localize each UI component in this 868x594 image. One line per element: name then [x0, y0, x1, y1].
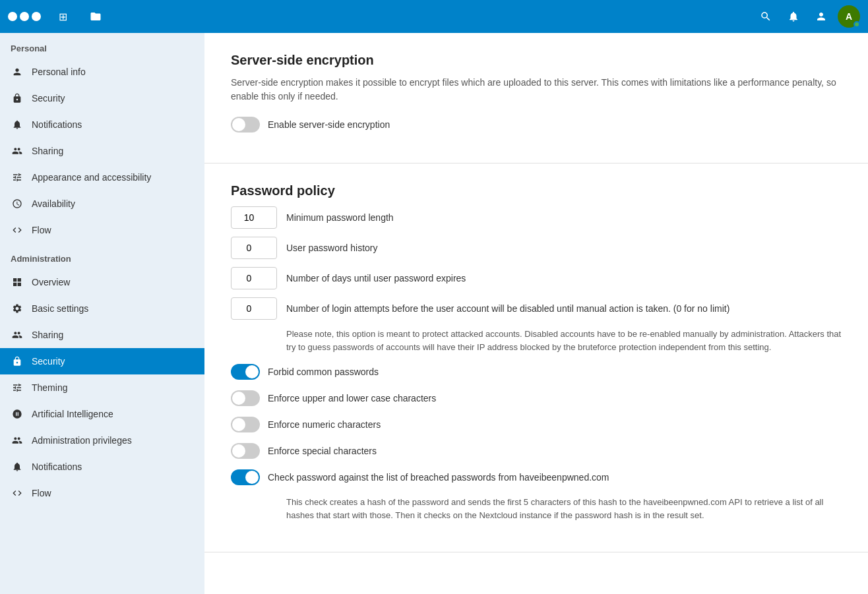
sidebar-item-flow[interactable]: Flow — [0, 217, 204, 243]
theming-icon — [11, 381, 24, 394]
bell-icon — [11, 118, 24, 131]
search-icon[interactable] — [755, 5, 777, 28]
sidebar-item-label: Appearance and accessibility — [32, 172, 151, 183]
tune-icon — [11, 171, 24, 184]
sidebar-item-appearance[interactable]: Appearance and accessibility — [0, 164, 204, 191]
toggle-knob — [232, 392, 245, 405]
encryption-section: Server-side encryption Server-side encry… — [204, 33, 868, 163]
min-length-label: Minimum password length — [286, 212, 394, 223]
sidebar-item-theming[interactable]: Theming — [0, 374, 204, 401]
enforce-case-toggle[interactable] — [231, 390, 260, 406]
toggle-knob — [245, 365, 259, 378]
sidebar-item-label: Artificial Intelligence — [32, 409, 113, 419]
login-attempts-label: Number of login attempts before the user… — [286, 303, 729, 314]
sidebar-item-admin-privileges[interactable]: Administration privileges — [0, 427, 204, 454]
min-length-input[interactable] — [231, 206, 277, 229]
sidebar-item-label: Sharing — [32, 330, 63, 340]
enforce-case-label: Enforce upper and lower case characters — [268, 393, 436, 403]
content-area: Server-side encryption Server-side encry… — [204, 33, 868, 594]
encryption-title: Server-side encryption — [231, 53, 842, 68]
sidebar-item-admin-security[interactable]: Security — [0, 348, 204, 374]
sidebar-item-basic-settings[interactable]: Basic settings — [0, 295, 204, 322]
sidebar-item-label: Notifications — [32, 461, 82, 472]
main-layout: Personal Personal info Security Notifica… — [0, 33, 868, 594]
enforce-special-toggle[interactable] — [231, 443, 260, 459]
notifications-icon[interactable] — [782, 5, 805, 28]
sidebar-item-admin-notifications[interactable]: Notifications — [0, 454, 204, 480]
sidebar-item-label: Flow — [32, 225, 51, 235]
grid-icon — [11, 276, 24, 289]
expiry-days-input[interactable] — [231, 267, 277, 289]
admin-section-label: Administration — [0, 243, 204, 269]
sidebar-item-label: Flow — [32, 488, 51, 498]
admin-icon — [11, 434, 24, 447]
person-icon — [11, 65, 24, 78]
sidebar-item-security[interactable]: Security — [0, 85, 204, 111]
flow-icon — [11, 487, 24, 500]
people-icon — [11, 328, 24, 342]
sidebar-item-admin-sharing[interactable]: Sharing — [0, 322, 204, 348]
toggle-knob — [232, 418, 245, 431]
min-length-row: Minimum password length — [231, 206, 842, 229]
breached-note: This check creates a hash of the passwor… — [286, 496, 842, 521]
sidebar-item-notifications[interactable]: Notifications — [0, 111, 204, 138]
sidebar-item-label: Security — [32, 356, 65, 367]
enforce-special-label: Enforce special characters — [268, 446, 377, 456]
sidebar-item-availability[interactable]: Availability — [0, 191, 204, 217]
encryption-description: Server-side encryption makes it possible… — [231, 76, 842, 104]
personal-section-label: Personal — [0, 33, 204, 59]
sidebar-item-personal-info[interactable]: Personal info — [0, 59, 204, 85]
toggle-knob — [245, 471, 259, 484]
sidebar-item-admin-flow[interactable]: Flow — [0, 480, 204, 506]
login-attempts-input[interactable] — [231, 297, 277, 320]
enable-encryption-toggle[interactable] — [231, 117, 260, 133]
enforce-numeric-label: Enforce numeric characters — [268, 419, 381, 430]
logo[interactable] — [8, 12, 41, 21]
contacts-icon[interactable] — [810, 5, 832, 28]
topbar: ⊞ A — [0, 0, 868, 33]
enforce-numeric-toggle[interactable] — [231, 417, 260, 432]
login-attempts-row: Number of login attempts before the user… — [231, 297, 842, 320]
files-icon[interactable] — [84, 5, 107, 28]
forbid-common-toggle[interactable] — [231, 364, 260, 380]
toggle-knob — [232, 118, 245, 131]
sidebar-item-label: Administration privileges — [32, 435, 132, 446]
login-attempts-note: Please note, this option is meant to pro… — [286, 328, 842, 353]
sidebar-item-label: Availability — [32, 198, 75, 209]
forbid-common-label: Forbid common passwords — [268, 367, 379, 377]
people-icon — [11, 144, 24, 158]
enforce-special-row: Enforce special characters — [231, 443, 842, 459]
toggle-knob — [232, 444, 245, 458]
forbid-common-row: Forbid common passwords — [231, 364, 842, 380]
avatar[interactable]: A — [838, 5, 860, 28]
flow-icon — [11, 223, 24, 237]
sidebar-item-label: Personal info — [32, 67, 86, 77]
dashboard-icon[interactable]: ⊞ — [51, 5, 74, 28]
enable-encryption-label: Enable server-side encryption — [268, 119, 390, 130]
sidebar-item-overview[interactable]: Overview — [0, 269, 204, 295]
bell-icon — [11, 460, 24, 473]
sidebar-item-label: Security — [32, 93, 65, 104]
password-history-label: User password history — [286, 243, 378, 253]
sidebar-item-label: Notifications — [32, 119, 82, 130]
topbar-right: A — [755, 5, 860, 28]
expiry-days-label: Number of days until user password expir… — [286, 273, 466, 283]
sidebar-item-label: Theming — [32, 382, 67, 393]
clock-icon — [11, 197, 24, 210]
check-breached-row: Check password against the list of breac… — [231, 469, 842, 485]
sidebar-item-sharing[interactable]: Sharing — [0, 138, 204, 164]
gear-icon — [11, 302, 24, 315]
sidebar: Personal Personal info Security Notifica… — [0, 33, 204, 594]
check-breached-toggle[interactable] — [231, 469, 260, 485]
password-policy-title: Password policy — [231, 183, 842, 198]
ai-icon — [11, 407, 24, 421]
topbar-left: ⊞ — [8, 5, 107, 28]
sidebar-item-ai[interactable]: Artificial Intelligence — [0, 401, 204, 427]
enforce-case-row: Enforce upper and lower case characters — [231, 390, 842, 406]
enforce-numeric-row: Enforce numeric characters — [231, 417, 842, 432]
expiry-days-row: Number of days until user password expir… — [231, 267, 842, 289]
sidebar-item-label: Basic settings — [32, 303, 88, 314]
sidebar-item-label: Sharing — [32, 146, 63, 156]
password-history-input[interactable] — [231, 237, 277, 259]
lock-icon — [11, 355, 24, 368]
